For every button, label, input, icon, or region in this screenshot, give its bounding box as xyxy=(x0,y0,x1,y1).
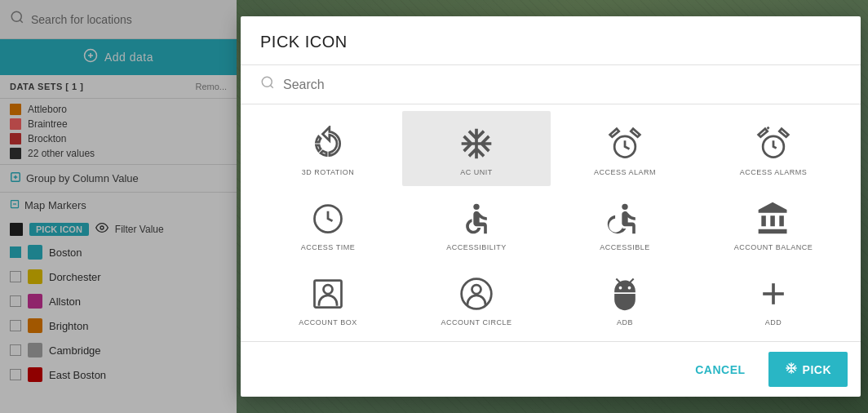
pick-icon-modal: PICK ICON 3D ROTATION xyxy=(241,16,861,397)
icon-label-accessibility: ACCESSIBILITY xyxy=(446,243,507,251)
accessible-icon xyxy=(605,199,644,238)
account-balance-icon xyxy=(754,199,793,238)
icon-cell-access-alarm[interactable]: ACCESS ALARM xyxy=(551,111,699,186)
modal-header: PICK ICON xyxy=(241,16,861,65)
cancel-button[interactable]: CANCEL xyxy=(679,353,761,386)
icon-label-accessible: ACCESSIBLE xyxy=(600,243,650,251)
icon-cell-adb[interactable]: ADB xyxy=(551,261,699,336)
icon-label-adb: ADB xyxy=(617,318,633,326)
svg-point-16 xyxy=(473,204,479,210)
icon-cell-3d-rotation[interactable]: 3D ROTATION xyxy=(254,111,402,186)
icon-cell-account-circle[interactable]: ACCOUNT CIRCLE xyxy=(402,261,551,336)
icon-label-access-time: ACCESS TIME xyxy=(301,243,355,251)
icon-cell-add[interactable]: ADD xyxy=(699,261,848,336)
svg-line-12 xyxy=(270,85,272,87)
account-box-icon xyxy=(308,274,348,313)
svg-point-17 xyxy=(622,204,627,210)
icon-cell-access-alarms[interactable]: ACCESS ALARMS xyxy=(699,111,848,186)
pick-button[interactable]: PICK xyxy=(768,352,848,387)
accessibility-icon xyxy=(457,199,496,238)
svg-point-11 xyxy=(262,77,272,87)
icon-cell-accessible[interactable]: ACCESSIBLE xyxy=(551,186,699,261)
icon-label-account-circle: ACCOUNT CIRCLE xyxy=(441,318,512,326)
modal-title: PICK ICON xyxy=(260,33,348,51)
icon-label-3d-rotation: 3D ROTATION xyxy=(302,168,355,176)
icon-cell-accessibility[interactable]: ACCESSIBILITY xyxy=(402,186,551,261)
ac-unit-icon xyxy=(457,124,496,163)
modal-search-bar xyxy=(241,65,861,104)
adb-icon xyxy=(605,274,644,313)
modal-icons-grid: 3D ROTATION AC UNIT ACCESS ALARM xyxy=(241,104,861,341)
account-circle-icon xyxy=(457,274,496,313)
3d-rotation-icon xyxy=(308,124,348,163)
icon-label-ac-unit: AC UNIT xyxy=(460,168,493,176)
icon-cell-account-balance[interactable]: ACCOUNT BALANCE xyxy=(699,186,848,261)
icon-cell-access-time[interactable]: ACCESS TIME xyxy=(254,186,402,261)
access-time-icon xyxy=(308,199,348,238)
modal-footer: CANCEL PICK xyxy=(241,341,861,397)
icon-cell-ac-unit[interactable]: AC UNIT xyxy=(402,111,551,186)
icon-cell-account-box[interactable]: ACCOUNT BOX xyxy=(254,261,402,336)
access-alarm-icon xyxy=(605,124,644,163)
snowflake-icon xyxy=(785,362,798,377)
icon-label-account-box: ACCOUNT BOX xyxy=(299,318,356,326)
modal-search-icon xyxy=(260,75,275,94)
icon-label-add: ADD xyxy=(765,318,782,326)
add-icon xyxy=(754,274,793,313)
modal-search-input[interactable] xyxy=(283,78,841,92)
icon-label-access-alarms: ACCESS ALARMS xyxy=(740,168,808,176)
icon-label-account-balance: ACCOUNT BALANCE xyxy=(734,243,813,251)
icon-label-access-alarm: ACCESS ALARM xyxy=(594,168,656,176)
pick-button-label: PICK xyxy=(803,363,831,376)
access-alarms-icon xyxy=(754,124,793,163)
